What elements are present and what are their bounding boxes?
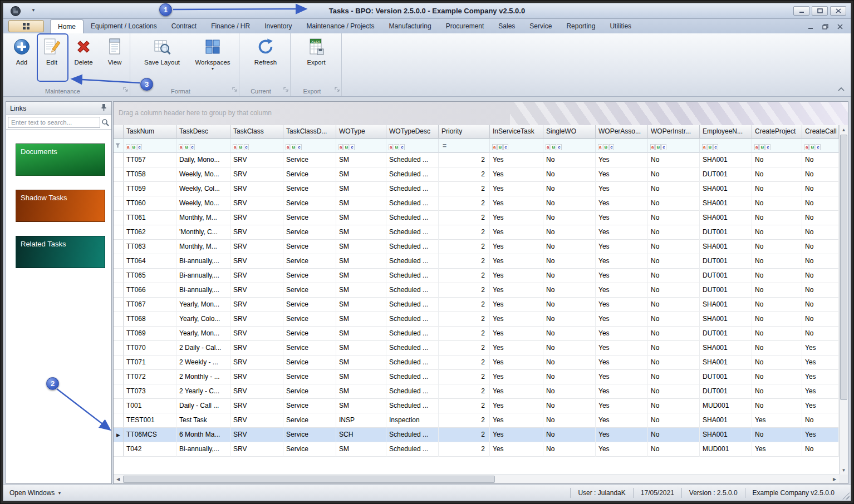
table-row[interactable]: TT066Bi-annually,...SRVServiceSMSchedule… (114, 283, 839, 298)
cell[interactable]: TT070 (124, 341, 176, 355)
edit-button[interactable]: Edit (37, 37, 66, 66)
cell[interactable]: SRV (230, 341, 283, 355)
cell[interactable]: 2 (439, 196, 490, 211)
cell[interactable]: Yes (596, 428, 648, 442)
cell[interactable]: Bi-annually,... (176, 254, 230, 269)
cell[interactable]: No (543, 442, 596, 457)
cell[interactable]: SRV (230, 269, 283, 283)
cell[interactable]: DUT001 (700, 254, 752, 269)
cell[interactable]: Yearly, Colo... (176, 312, 230, 327)
child-close-icon[interactable] (837, 22, 843, 32)
cell[interactable]: No (648, 399, 700, 413)
cell[interactable]: SM (336, 283, 386, 298)
cell[interactable]: Service (283, 341, 336, 355)
cell[interactable]: Yes (802, 370, 839, 384)
cell[interactable]: No (752, 254, 802, 269)
cell[interactable]: Test Task (176, 413, 230, 428)
cell[interactable]: No (752, 182, 802, 196)
table-row[interactable]: TT059Weekly, Col...SRVServiceSMScheduled… (114, 182, 839, 196)
ribbon-tab-contract[interactable]: Contract (164, 19, 204, 33)
cell[interactable]: SM (336, 269, 386, 283)
filter-cell-inservicetask[interactable]: aBc (490, 139, 543, 153)
cell[interactable]: Yes (490, 442, 543, 457)
cell[interactable]: SM (336, 355, 386, 370)
cell[interactable]: Yes (802, 341, 839, 355)
cell[interactable]: Service (283, 327, 336, 341)
cell[interactable]: Yes (596, 341, 648, 355)
cell[interactable]: No (648, 327, 700, 341)
minimize-button[interactable] (793, 6, 809, 16)
cell[interactable]: Service (283, 355, 336, 370)
cell[interactable]: TT071 (124, 355, 176, 370)
cell[interactable]: TT061 (124, 211, 176, 225)
ribbon-tab-utilities[interactable]: Utilities (602, 19, 639, 33)
column-header-taskdesc[interactable]: TaskDesc (176, 125, 230, 139)
cell[interactable]: No (543, 269, 596, 283)
cell[interactable]: TT069 (124, 327, 176, 341)
quick-access-caret-icon[interactable]: ▼ (31, 8, 36, 13)
cell[interactable]: Yes (490, 312, 543, 327)
cell[interactable]: No (752, 312, 802, 327)
sidebar-item-documents[interactable]: Documents (16, 144, 105, 176)
ribbon-tab-home[interactable]: Home (50, 19, 84, 33)
cell[interactable]: Yes (596, 384, 648, 399)
cell[interactable]: 6 Month Ma... (176, 428, 230, 442)
cell[interactable]: SHA001 (700, 240, 752, 254)
cell[interactable]: No (752, 384, 802, 399)
cell[interactable]: Scheduled ... (386, 370, 439, 384)
cell[interactable]: SHA001 (700, 413, 752, 428)
cell[interactable]: Yes (596, 225, 648, 240)
cell[interactable]: 2 (439, 413, 490, 428)
dialog-launcher-icon[interactable] (283, 84, 288, 94)
cell[interactable]: Yes (490, 355, 543, 370)
cell[interactable]: Yes (596, 196, 648, 211)
cell[interactable]: SM (336, 196, 386, 211)
cell[interactable]: No (802, 225, 839, 240)
cell[interactable]: No (648, 283, 700, 298)
cell[interactable]: No (648, 153, 700, 167)
horizontal-scroll-thumb[interactable] (123, 476, 495, 483)
cell[interactable]: Yes (490, 269, 543, 283)
cell[interactable]: DUT001 (700, 327, 752, 341)
ribbon-tab-service[interactable]: Service (522, 19, 559, 33)
table-row[interactable]: TEST001Test TaskSRVServiceINSPInspection… (114, 413, 839, 428)
search-icon[interactable] (100, 117, 110, 128)
cell[interactable]: 2 (439, 355, 490, 370)
column-header-taskclassd[interactable]: TaskClassD... (283, 125, 336, 139)
maximize-button[interactable] (812, 6, 828, 16)
cell[interactable]: Scheduled ... (386, 153, 439, 167)
cell[interactable]: Monthly, M... (176, 211, 230, 225)
cell[interactable]: No (543, 240, 596, 254)
cell[interactable]: T042 (124, 442, 176, 457)
cell[interactable]: SM (336, 225, 386, 240)
table-row[interactable]: TT0712 Weekly - ...SRVServiceSMScheduled… (114, 355, 839, 370)
filter-cell-taskclass[interactable]: aBc (230, 139, 283, 153)
cell[interactable]: 2 (439, 327, 490, 341)
cell[interactable]: SM (336, 384, 386, 399)
cell[interactable]: Yes (490, 298, 543, 312)
table-row[interactable]: TT061Monthly, M...SRVServiceSMScheduled … (114, 211, 839, 225)
cell[interactable]: SRV (230, 240, 283, 254)
cell[interactable]: No (543, 413, 596, 428)
cell[interactable]: Yes (596, 240, 648, 254)
cell[interactable]: No (648, 413, 700, 428)
cell[interactable]: T001 (124, 399, 176, 413)
cell[interactable]: SM (336, 370, 386, 384)
cell[interactable]: Yes (596, 312, 648, 327)
cell[interactable]: Yes (490, 240, 543, 254)
cell[interactable]: No (752, 283, 802, 298)
cell[interactable]: Scheduled ... (386, 312, 439, 327)
cell[interactable]: SCH (336, 428, 386, 442)
table-row[interactable]: TT065Bi-annually,...SRVServiceSMSchedule… (114, 269, 839, 283)
cell[interactable]: No (752, 269, 802, 283)
cell[interactable]: Yes (596, 355, 648, 370)
cell[interactable]: Yearly, Mon... (176, 298, 230, 312)
cell[interactable]: SRV (230, 182, 283, 196)
cell[interactable]: Yes (490, 254, 543, 269)
view-button[interactable]: View (101, 37, 129, 66)
cell[interactable]: TT064 (124, 254, 176, 269)
cell[interactable]: MUD001 (700, 442, 752, 457)
search-input[interactable] (8, 117, 100, 128)
cell[interactable]: SRV (230, 370, 283, 384)
cell[interactable]: Scheduled ... (386, 327, 439, 341)
